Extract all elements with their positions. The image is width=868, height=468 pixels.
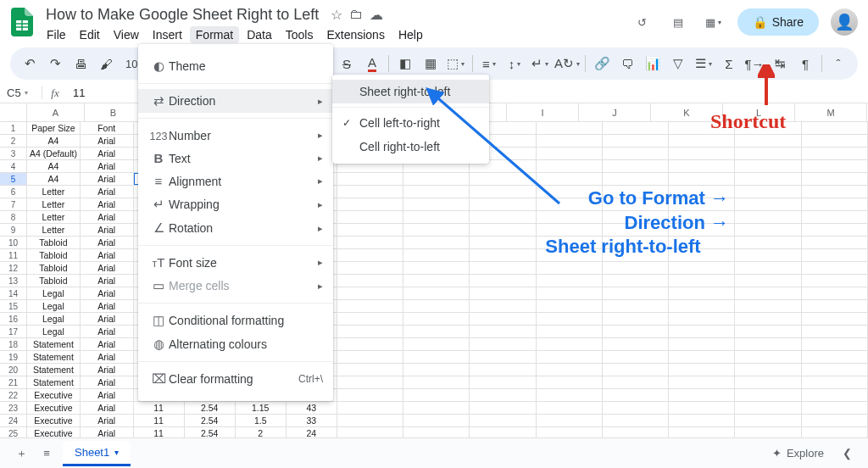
document-title[interactable]: How to Make Google Sheet Right to Left [41, 5, 324, 25]
cell[interactable]: Tabloid [27, 249, 81, 261]
cell[interactable]: A4 [27, 160, 81, 172]
cell[interactable] [403, 326, 470, 337]
cell[interactable] [603, 211, 669, 223]
cell[interactable] [403, 287, 470, 299]
cell[interactable] [735, 351, 801, 363]
row-header[interactable]: 23 [0, 402, 27, 414]
functions-button[interactable]: Σ [718, 53, 740, 75]
cell[interactable] [735, 237, 801, 248]
chart-button[interactable]: 📊 [642, 53, 664, 75]
cell[interactable] [802, 249, 868, 261]
cell[interactable] [537, 224, 603, 236]
cell[interactable] [537, 275, 603, 287]
cell[interactable] [337, 300, 403, 312]
cell[interactable] [802, 338, 868, 350]
cell[interactable] [735, 338, 801, 350]
cell[interactable] [603, 376, 669, 388]
rotate-button[interactable]: A↻ [554, 53, 580, 75]
cell[interactable] [802, 326, 868, 337]
star-icon[interactable]: ☆ [331, 7, 342, 23]
cell[interactable] [537, 287, 603, 299]
cell[interactable] [802, 148, 868, 159]
row-header[interactable]: 24 [0, 415, 27, 426]
cell[interactable]: 11 [134, 402, 185, 414]
cell[interactable] [470, 300, 536, 312]
strikethrough-button[interactable]: S [336, 53, 358, 75]
cell[interactable] [603, 326, 669, 337]
cell[interactable] [735, 275, 801, 287]
menu-item-direction[interactable]: ⇄Direction▸ [138, 89, 333, 113]
menu-item-text[interactable]: BText▸ [138, 147, 333, 170]
cell[interactable]: Legal [27, 287, 81, 299]
cell[interactable] [403, 275, 470, 287]
cell[interactable] [735, 287, 801, 299]
cell[interactable]: Letter [27, 224, 81, 236]
column-header-M[interactable]: M [795, 103, 867, 121]
cell[interactable] [603, 389, 669, 401]
cell[interactable]: Arial [81, 415, 134, 426]
cell[interactable] [802, 224, 868, 236]
row-header[interactable]: 16 [0, 313, 27, 325]
cell[interactable]: Paper Size [27, 122, 81, 134]
column-header-I[interactable]: I [507, 103, 579, 121]
column-header-L[interactable]: L [723, 103, 795, 121]
cell[interactable] [802, 287, 868, 299]
cell[interactable]: Arial [81, 376, 134, 388]
cell[interactable]: Executive [27, 415, 81, 426]
cell[interactable] [337, 402, 403, 414]
cell[interactable] [337, 376, 403, 388]
cell[interactable] [802, 313, 868, 325]
cell[interactable] [403, 198, 470, 210]
cell[interactable] [603, 148, 669, 159]
menu-tools[interactable]: Tools [280, 26, 320, 43]
row-header[interactable]: 17 [0, 326, 27, 337]
cell[interactable] [537, 160, 603, 172]
cell[interactable] [337, 198, 403, 210]
cell[interactable]: A4 (Default) [27, 148, 81, 159]
cell[interactable] [537, 338, 603, 350]
cell[interactable]: Statement [27, 364, 81, 376]
cell[interactable] [537, 364, 603, 376]
cell[interactable] [403, 376, 470, 388]
cell[interactable] [537, 402, 603, 414]
cell[interactable] [337, 211, 403, 223]
cell[interactable] [802, 389, 868, 401]
add-sheet-button[interactable]: ＋ [8, 441, 34, 466]
cell[interactable] [669, 211, 735, 223]
cell[interactable] [470, 211, 536, 223]
cell[interactable] [669, 376, 735, 388]
menu-insert[interactable]: Insert [147, 26, 188, 43]
cell[interactable]: Letter [27, 186, 81, 198]
cell[interactable] [403, 402, 470, 414]
cell[interactable] [537, 186, 603, 198]
cell[interactable]: Arial [81, 211, 134, 223]
menu-item-wrapping[interactable]: ↵Wrapping▸ [138, 192, 333, 216]
submenu-cell-rtl[interactable]: Cell right-to-left [332, 135, 489, 159]
cell[interactable]: Arial [81, 402, 134, 414]
cell[interactable]: Letter [27, 198, 81, 210]
borders-button[interactable]: ▦ [420, 53, 442, 75]
cell[interactable]: Arial [81, 300, 134, 312]
cell[interactable] [603, 275, 669, 287]
cell-rtl-button[interactable]: ↹ [769, 53, 791, 75]
cell[interactable] [669, 160, 735, 172]
cell[interactable]: Executive [27, 389, 81, 401]
cell[interactable] [537, 415, 603, 426]
cell[interactable] [603, 402, 669, 414]
cell[interactable] [403, 389, 470, 401]
name-box[interactable]: C5 [0, 86, 42, 99]
cell[interactable]: 33 [287, 415, 337, 426]
para-rtl-button[interactable]: ¶ [794, 53, 816, 75]
row-header[interactable]: 4 [0, 160, 27, 172]
cell[interactable] [735, 262, 801, 274]
merge-button[interactable]: ⬚ [445, 53, 467, 75]
cell[interactable] [802, 376, 868, 388]
row-header[interactable]: 12 [0, 262, 27, 274]
wrap-button[interactable]: ↵ [529, 53, 551, 75]
cell[interactable] [735, 148, 801, 159]
menu-data[interactable]: Data [241, 26, 278, 43]
cell[interactable] [470, 389, 536, 401]
paint-format-button[interactable]: 🖌 [95, 53, 117, 75]
cell[interactable] [603, 135, 669, 147]
menu-item-theme[interactable]: ◐Theme [138, 54, 333, 78]
